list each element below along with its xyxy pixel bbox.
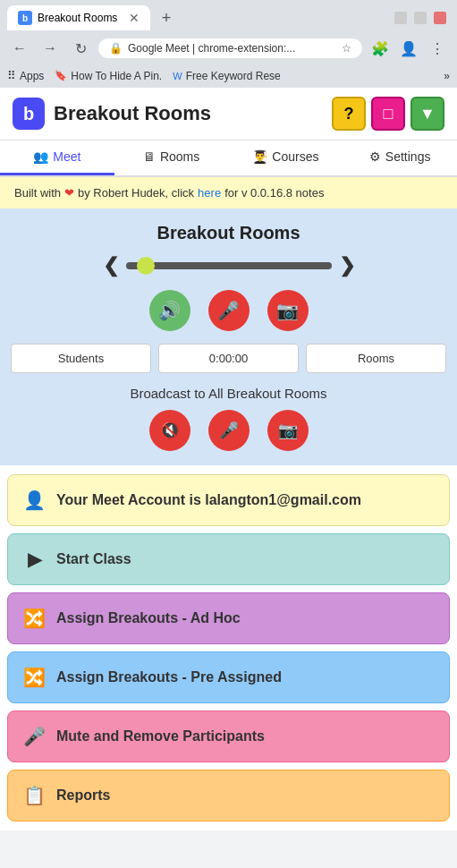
header-buttons: ? □ ▼ — [332, 97, 444, 131]
meet-tab-label: Meet — [53, 149, 80, 164]
tab-close-btn[interactable]: ✕ — [129, 11, 140, 25]
bookmarks-bar: ⠿ Apps 🔖 How To Hide A Pin... W Free Key… — [0, 66, 457, 88]
slider-left-arrow[interactable]: ❮ — [103, 254, 119, 277]
here-link[interactable]: here — [198, 186, 221, 200]
slider-thumb[interactable] — [137, 257, 155, 275]
help-button[interactable]: ? — [332, 97, 366, 131]
address-bar-row: ← → ↻ 🔒 Google Meet | chrome-extension:.… — [0, 30, 457, 66]
back-button[interactable]: ← — [7, 36, 32, 61]
browser-frame: b Breakout Rooms ✕ + ← → ↻ 🔒 Google Meet… — [0, 0, 457, 88]
tab-title: Breakout Rooms — [38, 12, 117, 24]
toggle-button[interactable]: □ — [371, 97, 405, 131]
mute-remove-icon: 🎤 — [22, 726, 46, 747]
action-section: 👤 Your Meet Account is lalangton1@gmail.… — [0, 465, 457, 830]
more-bookmarks-icon[interactable]: » — [444, 70, 450, 82]
mic-mute-button[interactable]: 🎤 — [208, 290, 250, 331]
account-button[interactable]: 👤 Your Meet Account is lalangton1@gmail.… — [7, 474, 450, 526]
bookmark-2-label: Free Keyword Rese... — [186, 70, 281, 82]
minimize-btn[interactable] — [394, 12, 407, 24]
extension-popup: b Breakout Rooms ? □ ▼ 👥 Meet 🖥 Rooms 👨‍… — [0, 88, 457, 830]
assign-adhoc-icon: 🔀 — [22, 608, 46, 629]
apps-label: Apps — [20, 70, 44, 82]
tab-settings[interactable]: ⚙ Settings — [343, 140, 457, 175]
slider-right-arrow[interactable]: ❯ — [339, 254, 355, 277]
start-class-label: Start Class — [56, 551, 131, 567]
refresh-button[interactable]: ↻ — [68, 36, 93, 61]
mute-remove-button[interactable]: 🎤 Mute and Remove Participants — [7, 711, 450, 762]
account-label: Your Meet Account is lalangton1@gmail.co… — [56, 492, 361, 508]
tab-rooms[interactable]: 🖥 Rooms — [114, 140, 229, 175]
maximize-btn[interactable] — [414, 12, 427, 24]
slider-row: ❮ ❯ — [11, 254, 446, 277]
extension-title: Breakout Rooms — [54, 102, 332, 125]
account-icon: 👤 — [22, 489, 46, 511]
tab-favicon: b — [18, 11, 32, 25]
assign-preassigned-button[interactable]: 🔀 Assign Breakouts - Pre Assigned — [7, 651, 450, 703]
toolbar-icons: 🧩 👤 ⋮ — [368, 36, 450, 61]
slider-track[interactable] — [126, 262, 332, 269]
tab-courses[interactable]: 👨‍🎓 Courses — [229, 140, 343, 175]
extension-header: b Breakout Rooms ? □ ▼ — [0, 88, 457, 140]
mute-remove-label: Mute and Remove Participants — [56, 728, 265, 745]
timer-stat: 0:00:00 — [158, 344, 299, 373]
settings-tab-label: Settings — [385, 149, 431, 164]
section-title: Breakout Rooms — [11, 223, 446, 243]
reports-button[interactable]: 📋 Reports — [7, 770, 450, 821]
broadcast-mic-button[interactable]: 🎤 — [208, 410, 250, 451]
start-class-icon: ▶ — [22, 549, 46, 570]
nav-tabs: 👥 Meet 🖥 Rooms 👨‍🎓 Courses ⚙ Settings — [0, 140, 457, 177]
active-tab[interactable]: b Breakout Rooms ✕ — [7, 5, 150, 30]
bookmark-1-label: How To Hide A Pin... — [71, 70, 162, 82]
meet-tab-icon: 👥 — [33, 149, 48, 164]
bookmark-star-icon[interactable]: ☆ — [342, 42, 351, 55]
apps-bookmark[interactable]: ⠿ Apps — [7, 69, 44, 82]
forward-button[interactable]: → — [38, 36, 63, 61]
rooms-tab-icon: 🖥 — [143, 149, 156, 164]
main-content: Breakout Rooms ❮ ❯ 🔊 🎤 📷 Students 0:00:0… — [0, 208, 457, 465]
broadcast-video-button[interactable]: 📷 — [267, 410, 309, 451]
settings-tab-icon: ⚙ — [369, 149, 381, 164]
extension-logo: b — [13, 98, 45, 130]
bookmark-2[interactable]: W Free Keyword Rese... — [173, 70, 280, 82]
expand-button[interactable]: ▼ — [410, 97, 444, 131]
students-stat: Students — [11, 344, 151, 373]
video-off-button[interactable]: 📷 — [267, 290, 309, 331]
bookmark-1[interactable]: 🔖 How To Hide A Pin... — [55, 70, 162, 82]
title-bar: b Breakout Rooms ✕ + — [0, 0, 457, 30]
courses-tab-icon: 👨‍🎓 — [252, 149, 267, 164]
assign-adhoc-label: Assign Breakouts - Ad Hoc — [56, 610, 241, 626]
tab-meet[interactable]: 👥 Meet — [0, 140, 114, 175]
profile-icon[interactable]: 👤 — [396, 36, 421, 61]
broadcast-title: Broadcast to All Breakout Rooms — [11, 386, 446, 401]
url-text: Google Meet | chrome-extension:... — [128, 42, 336, 55]
courses-tab-label: Courses — [272, 149, 318, 164]
broadcast-buttons: 🔇 🎤 📷 — [11, 410, 446, 451]
assign-preassigned-icon: 🔀 — [22, 667, 46, 688]
info-bar: Built with ❤ by Robert Hudek, click here… — [0, 177, 457, 208]
close-btn[interactable] — [434, 12, 446, 24]
lock-icon: 🔒 — [109, 42, 123, 55]
heart-icon: ❤ — [64, 186, 74, 200]
audio-on-button[interactable]: 🔊 — [149, 290, 190, 331]
extensions-icon[interactable]: 🧩 — [368, 36, 393, 61]
stats-row: Students 0:00:00 Rooms — [11, 344, 446, 373]
broadcast-mute-button[interactable]: 🔇 — [149, 410, 190, 451]
assign-preassigned-label: Assign Breakouts - Pre Assigned — [56, 669, 282, 685]
rooms-stat: Rooms — [306, 344, 446, 373]
start-class-button[interactable]: ▶ Start Class — [7, 533, 450, 585]
address-bar[interactable]: 🔒 Google Meet | chrome-extension:... ☆ — [98, 38, 362, 58]
rooms-tab-label: Rooms — [160, 149, 199, 164]
reports-label: Reports — [56, 787, 110, 804]
assign-adhoc-button[interactable]: 🔀 Assign Breakouts - Ad Hoc — [7, 592, 450, 644]
reports-icon: 📋 — [22, 785, 46, 806]
new-tab-button[interactable]: + — [154, 5, 179, 30]
more-menu-icon[interactable]: ⋮ — [425, 36, 450, 61]
control-buttons: 🔊 🎤 📷 — [11, 290, 446, 331]
